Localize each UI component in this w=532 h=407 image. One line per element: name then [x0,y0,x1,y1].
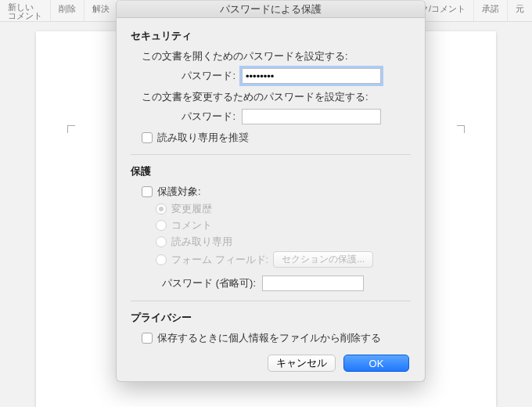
section-protect-button[interactable]: セクションの保護... [273,251,373,268]
radio-form-fields[interactable] [156,254,167,265]
divider-2 [131,301,411,301]
toolbar-item-new-comment[interactable]: 新しい コメント [0,0,51,21]
modify-password-field[interactable] [242,109,381,124]
open-password-label: パスワード: [142,69,235,83]
toolbar-item-other[interactable]: 元 [508,0,532,21]
radio-readonly-label: 読み取り専用 [171,235,232,249]
ok-button[interactable]: OK [343,355,409,372]
password-protection-dialog: パスワードによる保護 セキュリティ この文書を開くためのパスワードを設定する: … [116,0,426,382]
open-password-field[interactable] [242,68,381,84]
security-heading: セキュリティ [131,29,411,43]
divider-1 [131,154,411,155]
toolbar-item-resolve[interactable]: 解決 [84,0,118,21]
remove-personal-info-checkbox[interactable] [142,333,153,344]
modify-password-label: パスワード: [142,110,235,124]
toolbar-item-delete[interactable]: 削除 [51,0,84,21]
optional-password-label: パスワード (省略可): [142,276,256,290]
protect-target-label: 保護対象: [157,185,201,199]
toolbar-item-accept[interactable]: 承諾 [474,0,508,21]
open-password-prompt: この文書を開くためのパスワードを設定する: [142,49,411,63]
readonly-recommended-label: 読み取り専用を推奨 [157,131,249,145]
modify-password-prompt: この文書を変更するためのパスワードを設定する: [142,90,411,104]
radio-comments[interactable] [156,220,167,231]
radio-readonly[interactable] [156,236,167,247]
remove-personal-info-label: 保存するときに個人情報をファイルから削除する [157,331,381,345]
protection-heading: 保護 [131,164,411,178]
protect-target-checkbox[interactable] [142,186,153,197]
privacy-heading: プライバシー [131,311,411,325]
radio-track-changes[interactable] [156,204,167,214]
radio-track-changes-label: 変更履歴 [171,202,212,216]
optional-password-field[interactable] [262,276,364,291]
readonly-recommended-checkbox[interactable] [142,132,153,143]
cancel-button[interactable]: キャンセル [268,355,336,372]
dialog-title: パスワードによる保護 [117,1,425,18]
radio-form-fields-label: フォーム フィールド: [171,253,268,267]
radio-comments-label: コメント [171,218,212,232]
